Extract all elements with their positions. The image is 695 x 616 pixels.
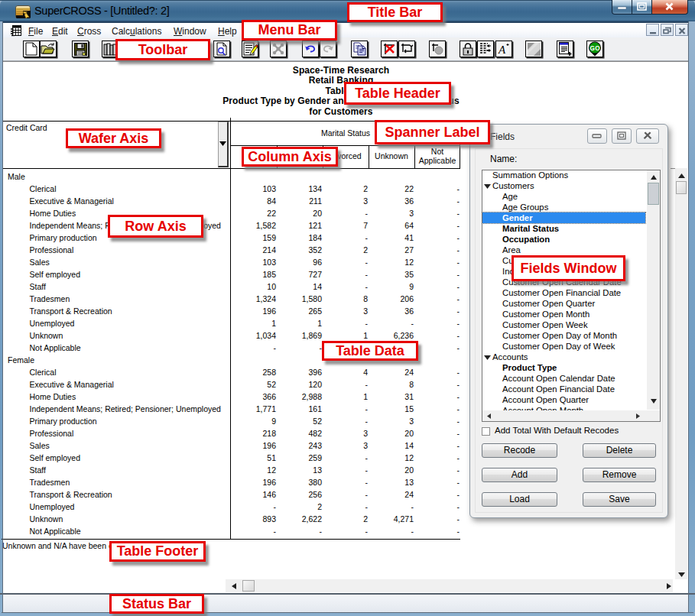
svg-text:A: A	[498, 44, 506, 55]
svg-text:GO: GO	[589, 45, 600, 52]
